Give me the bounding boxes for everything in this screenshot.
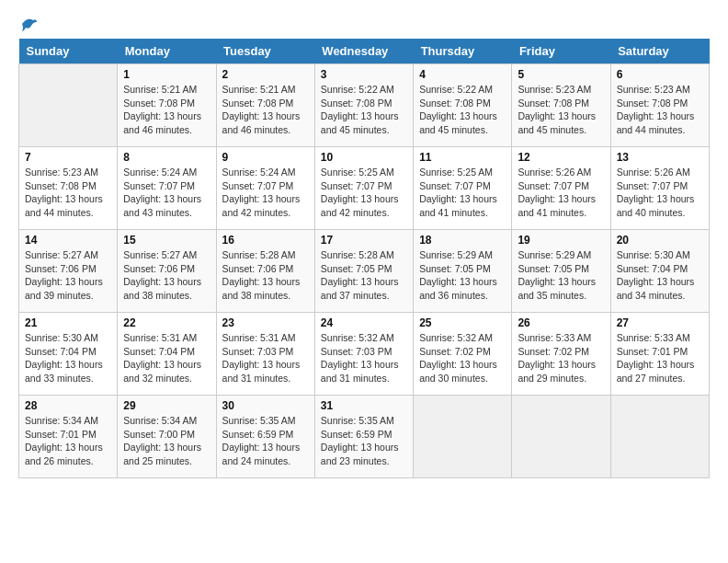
day-number: 19 [518, 234, 604, 247]
day-number: 17 [321, 234, 407, 247]
calendar-cell: 20Sunrise: 5:30 AMSunset: 7:04 PMDayligh… [610, 230, 709, 313]
day-number: 28 [25, 399, 111, 412]
page-header [18, 18, 710, 29]
calendar-week-2: 7Sunrise: 5:23 AMSunset: 7:08 PMDaylight… [19, 147, 710, 230]
day-number: 29 [123, 399, 210, 412]
day-number: 1 [123, 68, 210, 81]
calendar-week-3: 14Sunrise: 5:27 AMSunset: 7:06 PMDayligh… [19, 230, 710, 313]
day-info: Sunrise: 5:34 AMSunset: 7:00 PMDaylight:… [123, 414, 210, 468]
calendar-header-saturday: Saturday [610, 39, 709, 64]
day-info: Sunrise: 5:26 AMSunset: 7:07 PMDaylight:… [518, 166, 604, 220]
day-info: Sunrise: 5:28 AMSunset: 7:06 PMDaylight:… [222, 248, 309, 303]
day-info: Sunrise: 5:23 AMSunset: 7:08 PMDaylight:… [518, 83, 604, 137]
calendar-cell: 28Sunrise: 5:34 AMSunset: 7:01 PMDayligh… [19, 396, 118, 478]
day-info: Sunrise: 5:31 AMSunset: 7:04 PMDaylight:… [123, 331, 210, 385]
calendar-cell: 30Sunrise: 5:35 AMSunset: 6:59 PMDayligh… [216, 396, 314, 478]
day-info: Sunrise: 5:23 AMSunset: 7:08 PMDaylight:… [25, 166, 111, 220]
calendar-cell: 11Sunrise: 5:25 AMSunset: 7:07 PMDayligh… [414, 147, 512, 230]
day-number: 9 [222, 151, 309, 164]
day-number: 6 [617, 68, 703, 81]
day-info: Sunrise: 5:22 AMSunset: 7:08 PMDaylight:… [419, 83, 506, 137]
calendar-header-friday: Friday [512, 39, 610, 64]
logo [18, 18, 39, 29]
calendar-cell: 19Sunrise: 5:29 AMSunset: 7:05 PMDayligh… [512, 230, 610, 313]
day-number: 14 [25, 234, 111, 247]
day-number: 10 [321, 151, 407, 164]
day-number: 3 [321, 68, 407, 81]
calendar-cell: 24Sunrise: 5:32 AMSunset: 7:03 PMDayligh… [314, 313, 413, 396]
day-number: 27 [617, 316, 703, 329]
calendar-header-row: SundayMondayTuesdayWednesdayThursdayFrid… [19, 39, 710, 64]
calendar-cell: 17Sunrise: 5:28 AMSunset: 7:05 PMDayligh… [314, 230, 413, 313]
day-number: 23 [222, 316, 309, 329]
calendar-table: SundayMondayTuesdayWednesdayThursdayFrid… [18, 39, 710, 478]
day-info: Sunrise: 5:32 AMSunset: 7:02 PMDaylight:… [419, 331, 506, 385]
calendar-cell: 23Sunrise: 5:31 AMSunset: 7:03 PMDayligh… [216, 313, 314, 396]
day-info: Sunrise: 5:21 AMSunset: 7:08 PMDaylight:… [123, 83, 210, 137]
day-number: 24 [321, 316, 407, 329]
calendar-cell: 14Sunrise: 5:27 AMSunset: 7:06 PMDayligh… [19, 230, 118, 313]
day-info: Sunrise: 5:33 AMSunset: 7:02 PMDaylight:… [518, 331, 604, 385]
calendar-cell [19, 64, 118, 147]
day-number: 7 [25, 151, 111, 164]
day-info: Sunrise: 5:32 AMSunset: 7:03 PMDaylight:… [321, 331, 407, 385]
calendar-cell: 13Sunrise: 5:26 AMSunset: 7:07 PMDayligh… [610, 147, 709, 230]
calendar-cell: 7Sunrise: 5:23 AMSunset: 7:08 PMDaylight… [19, 147, 118, 230]
day-info: Sunrise: 5:24 AMSunset: 7:07 PMDaylight:… [123, 166, 210, 220]
day-number: 16 [222, 234, 309, 247]
calendar-cell: 16Sunrise: 5:28 AMSunset: 7:06 PMDayligh… [216, 230, 314, 313]
day-info: Sunrise: 5:22 AMSunset: 7:08 PMDaylight:… [321, 83, 407, 137]
calendar-cell: 26Sunrise: 5:33 AMSunset: 7:02 PMDayligh… [512, 313, 610, 396]
calendar-cell: 18Sunrise: 5:29 AMSunset: 7:05 PMDayligh… [414, 230, 512, 313]
calendar-cell [512, 396, 610, 478]
day-number: 18 [419, 234, 506, 247]
day-number: 30 [222, 399, 309, 412]
day-info: Sunrise: 5:27 AMSunset: 7:06 PMDaylight:… [25, 248, 111, 303]
day-number: 8 [123, 151, 210, 164]
day-info: Sunrise: 5:23 AMSunset: 7:08 PMDaylight:… [617, 83, 703, 137]
day-number: 11 [419, 151, 506, 164]
calendar-body: 1Sunrise: 5:21 AMSunset: 7:08 PMDaylight… [19, 64, 710, 478]
day-number: 12 [518, 151, 604, 164]
calendar-cell: 10Sunrise: 5:25 AMSunset: 7:07 PMDayligh… [314, 147, 413, 230]
day-number: 26 [518, 316, 604, 329]
day-number: 5 [518, 68, 604, 81]
calendar-week-4: 21Sunrise: 5:30 AMSunset: 7:04 PMDayligh… [19, 313, 710, 396]
day-number: 4 [419, 68, 506, 81]
calendar-cell [610, 396, 709, 478]
day-number: 15 [123, 234, 210, 247]
day-number: 13 [617, 151, 703, 164]
day-info: Sunrise: 5:26 AMSunset: 7:07 PMDaylight:… [617, 166, 703, 220]
calendar-header-monday: Monday [118, 39, 216, 64]
day-info: Sunrise: 5:24 AMSunset: 7:07 PMDaylight:… [222, 166, 309, 220]
day-info: Sunrise: 5:31 AMSunset: 7:03 PMDaylight:… [222, 331, 309, 385]
day-info: Sunrise: 5:35 AMSunset: 6:59 PMDaylight:… [222, 414, 309, 468]
day-number: 25 [419, 316, 506, 329]
calendar-cell: 3Sunrise: 5:22 AMSunset: 7:08 PMDaylight… [314, 64, 413, 147]
day-info: Sunrise: 5:21 AMSunset: 7:08 PMDaylight:… [222, 83, 309, 137]
day-info: Sunrise: 5:28 AMSunset: 7:05 PMDaylight:… [321, 248, 407, 303]
day-info: Sunrise: 5:33 AMSunset: 7:01 PMDaylight:… [617, 331, 703, 385]
calendar-cell: 8Sunrise: 5:24 AMSunset: 7:07 PMDaylight… [118, 147, 216, 230]
calendar-week-5: 28Sunrise: 5:34 AMSunset: 7:01 PMDayligh… [19, 396, 710, 478]
day-number: 22 [123, 316, 210, 329]
calendar-cell: 6Sunrise: 5:23 AMSunset: 7:08 PMDaylight… [610, 64, 709, 147]
calendar-cell: 15Sunrise: 5:27 AMSunset: 7:06 PMDayligh… [118, 230, 216, 313]
calendar-cell: 4Sunrise: 5:22 AMSunset: 7:08 PMDaylight… [414, 64, 512, 147]
day-number: 31 [321, 399, 407, 412]
calendar-cell: 25Sunrise: 5:32 AMSunset: 7:02 PMDayligh… [414, 313, 512, 396]
calendar-cell: 21Sunrise: 5:30 AMSunset: 7:04 PMDayligh… [19, 313, 118, 396]
calendar-cell: 2Sunrise: 5:21 AMSunset: 7:08 PMDaylight… [216, 64, 314, 147]
calendar-cell: 5Sunrise: 5:23 AMSunset: 7:08 PMDaylight… [512, 64, 610, 147]
calendar-header-wednesday: Wednesday [314, 39, 413, 64]
day-number: 21 [25, 316, 111, 329]
calendar-header-thursday: Thursday [414, 39, 512, 64]
calendar-cell: 12Sunrise: 5:26 AMSunset: 7:07 PMDayligh… [512, 147, 610, 230]
day-info: Sunrise: 5:25 AMSunset: 7:07 PMDaylight:… [419, 166, 506, 220]
day-info: Sunrise: 5:30 AMSunset: 7:04 PMDaylight:… [25, 331, 111, 385]
day-info: Sunrise: 5:34 AMSunset: 7:01 PMDaylight:… [25, 414, 111, 468]
day-info: Sunrise: 5:27 AMSunset: 7:06 PMDaylight:… [123, 248, 210, 303]
logo-bird-icon [20, 15, 39, 33]
calendar-header-sunday: Sunday [19, 39, 118, 64]
day-info: Sunrise: 5:35 AMSunset: 6:59 PMDaylight:… [321, 414, 407, 468]
